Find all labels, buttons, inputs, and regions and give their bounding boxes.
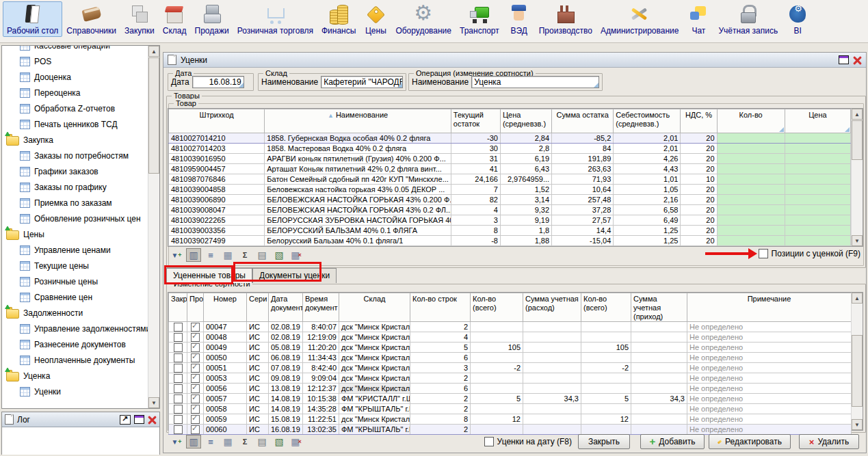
cell[interactable] (169, 363, 187, 373)
cell[interactable]: 20 (681, 195, 717, 205)
col-note[interactable]: Примечание (687, 293, 852, 322)
cell[interactable] (631, 332, 687, 343)
cell[interactable]: 24,166 (451, 174, 500, 185)
cell[interactable]: 2 (410, 322, 471, 332)
price-editable-cell[interactable] (785, 174, 850, 185)
cell[interactable] (187, 363, 204, 373)
cell[interactable]: 1,88 (500, 236, 551, 246)
calculator-icon[interactable] (220, 248, 235, 262)
cell[interactable]: 14.08.19 (269, 394, 303, 404)
cell[interactable]: 4,43 (614, 164, 681, 174)
cell[interactable]: -30 (451, 133, 500, 144)
delete-button[interactable]: ×Удалить (799, 434, 859, 449)
cell[interactable] (187, 404, 204, 414)
cell[interactable] (631, 414, 687, 425)
scroll-up-icon[interactable]: ▲ (852, 293, 863, 304)
columns-icon[interactable] (186, 435, 201, 448)
closed-checkbox[interactable] (174, 364, 183, 373)
cell[interactable] (523, 322, 581, 332)
toolbar-item-chat[interactable]: Чат (683, 1, 714, 37)
cell[interactable]: 00057 (204, 394, 247, 404)
toolbar-item-cart[interactable]: Розничная торговля (233, 1, 317, 37)
cell[interactable]: 20 (681, 133, 717, 144)
cell[interactable]: ИС (247, 343, 269, 353)
sidebar-item-Управление ценами[interactable]: Управление ценами (2, 242, 148, 258)
cell[interactable] (523, 343, 581, 353)
print-icon[interactable] (254, 435, 269, 448)
cell[interactable]: 2,84 (500, 133, 551, 144)
remove-table-icon[interactable] (289, 435, 304, 448)
col-qty-total-in[interactable]: Кол-во (всего) (581, 293, 631, 322)
sidebar-item-Переоценка[interactable]: Переоценка (2, 85, 148, 100)
table-row[interactable]: 4810987076846Батон Семейный сдобный пп 4… (169, 174, 851, 185)
cell[interactable]: 71,93 (552, 174, 614, 185)
cell[interactable]: 09.08.19 (269, 373, 303, 384)
col-vat[interactable]: НДС, % (681, 109, 717, 133)
cell[interactable] (523, 363, 581, 373)
posted-checkbox[interactable] (191, 405, 200, 414)
cell[interactable] (471, 353, 523, 363)
cell[interactable]: 06.08.19 (269, 353, 303, 363)
toolbar-item-factory[interactable]: Производство (535, 1, 596, 37)
cell[interactable]: 10:15:38 (303, 394, 339, 404)
cell[interactable] (169, 322, 187, 332)
add-button[interactable]: +Добавить (640, 434, 705, 449)
col-sum-in[interactable]: Сумма учетная (приход) (631, 293, 687, 322)
cell[interactable]: 7 (451, 185, 500, 195)
table-row[interactable]: 00059ИС15.08.1911:22:51дск "Минск Криста… (169, 414, 852, 425)
cell[interactable]: 4810987076846 (169, 174, 265, 185)
table-row[interactable]: 48100270142101858. Губернская Водка особ… (169, 133, 851, 144)
posted-checkbox[interactable] (191, 384, 200, 393)
qty-editable-cell[interactable] (717, 226, 785, 236)
checkbox-icon[interactable] (759, 249, 768, 258)
cell[interactable] (169, 384, 187, 394)
cell[interactable]: 10 (681, 174, 717, 185)
cell[interactable]: 9,32 (500, 205, 551, 215)
qty-editable-cell[interactable] (717, 174, 785, 185)
cell[interactable]: ИС (247, 322, 269, 332)
checkbox-icon[interactable] (484, 437, 494, 446)
price-editable-cell[interactable] (785, 185, 850, 195)
cell[interactable]: 1,8 (500, 226, 551, 236)
excel-icon[interactable] (272, 248, 287, 262)
sidebar-item-Уценки[interactable]: Уценки (2, 384, 148, 399)
scroll-up-icon[interactable]: ▲ (852, 109, 863, 120)
table-row[interactable]: 00051ИС07.08.198:42:40дск "Минск Кристал… (169, 363, 852, 373)
cell[interactable]: 10,64 (552, 185, 614, 195)
edit-button[interactable]: Редактировать (709, 434, 791, 449)
scroll-down-icon[interactable]: ▼ (852, 235, 863, 246)
operation-name-input[interactable]: Уценка (471, 76, 599, 88)
table-row[interactable]: 4810039003356БЕЛОРУССКИЙ БАЛЬЗАМ 40% 0.1… (169, 226, 851, 236)
sidebar-item-Дооценка[interactable]: Дооценка (2, 69, 148, 85)
col-current-stock[interactable]: Текущий остаток (451, 109, 500, 133)
cell[interactable] (187, 384, 204, 394)
cell[interactable]: Беловежская настойка горькая 43% 0.05 ДЕ… (265, 185, 451, 195)
cell[interactable] (523, 384, 581, 394)
col-cost[interactable]: Себестоимость (средневзв.) (614, 109, 681, 133)
cell[interactable]: -2 (471, 363, 523, 373)
tab-dokumenty-ucenki[interactable]: Документы уценки (252, 268, 337, 283)
table-row[interactable]: 4810039008047БЕЛОВЕЖСКАЯ НАСТОЙКА ГОРЬКА… (169, 205, 851, 215)
table-row[interactable]: 4810039004858Беловежская настойка горька… (169, 185, 851, 195)
cell[interactable]: 82 (451, 195, 500, 205)
sidebar-item-Сравнение цен[interactable]: Сравнение цен (2, 289, 148, 305)
posted-checkbox[interactable] (191, 374, 200, 383)
cell[interactable]: 00048 (204, 332, 247, 343)
sidebar-item-Графики заказов[interactable]: Графики заказов (2, 163, 148, 179)
filter-icon[interactable] (169, 248, 184, 262)
cell[interactable] (169, 414, 187, 425)
cell[interactable]: дск "Минск Кристалл"... (339, 322, 410, 332)
col-doc-time[interactable]: Время документ (303, 293, 339, 322)
table-row[interactable]: 48100270142031858. Мастеровая Водка 40% … (169, 144, 851, 154)
sidebar-item-Печать ценников ТСД[interactable]: Печать ценников ТСД (2, 116, 148, 132)
table-row[interactable]: 00053ИС09.08.199:09:04дск "Минск Кристал… (169, 373, 852, 384)
cell[interactable]: 4 (410, 332, 471, 343)
filter-icon[interactable] (169, 435, 184, 448)
print-icon[interactable] (254, 248, 269, 262)
toolbar-item-boxes[interactable]: Закупки (120, 1, 159, 37)
cell[interactable]: 263,63 (552, 164, 614, 174)
scrollbar-thumb[interactable] (852, 335, 863, 407)
col-qty-total-out[interactable]: Кол-во (всего) (471, 293, 523, 322)
cell[interactable]: 8:42:40 (303, 363, 339, 373)
cell[interactable]: Не определено (687, 373, 852, 384)
